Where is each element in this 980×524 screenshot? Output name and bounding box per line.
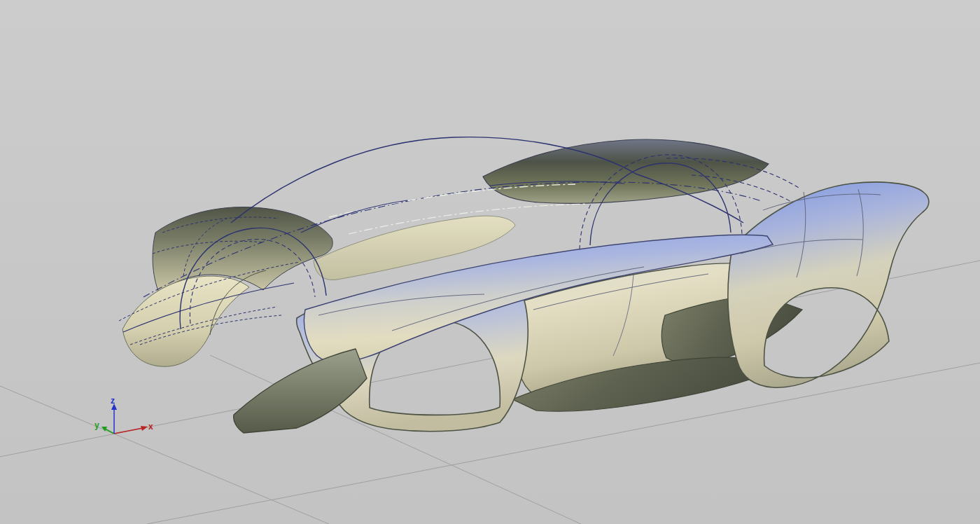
z-axis-label: z [111, 396, 115, 406]
surface-rear-deck[interactable] [483, 139, 769, 203]
y-axis-label: y [94, 420, 99, 430]
axis-gizmo: x y z [94, 396, 153, 434]
viewport-canvas[interactable]: x y z [0, 0, 980, 524]
3d-viewport[interactable]: x y z [0, 0, 980, 524]
shaded-car[interactable] [234, 182, 929, 433]
y-axis-line [105, 429, 114, 434]
surface-rear-fender[interactable] [728, 182, 929, 387]
x-axis-arrow-icon [141, 426, 148, 431]
surface-nose[interactable] [122, 276, 249, 366]
x-axis-line [114, 428, 143, 434]
surface-front-splitter[interactable] [234, 349, 367, 433]
x-axis-label: x [148, 422, 153, 432]
